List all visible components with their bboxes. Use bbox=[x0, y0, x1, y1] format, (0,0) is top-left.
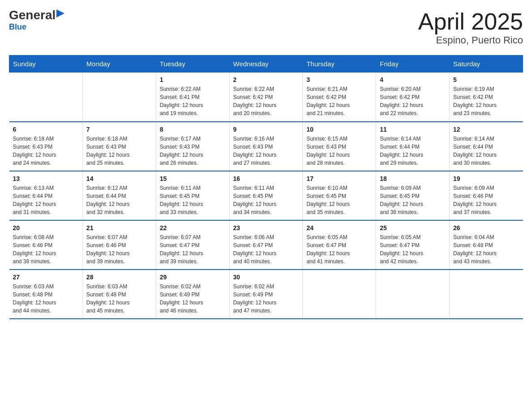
day-number: 6 bbox=[13, 126, 79, 133]
table-row: 9Sunrise: 6:16 AM Sunset: 6:43 PM Daylig… bbox=[229, 122, 303, 171]
table-row: 16Sunrise: 6:11 AM Sunset: 6:45 PM Dayli… bbox=[229, 171, 303, 220]
day-number: 15 bbox=[160, 175, 226, 182]
table-row bbox=[9, 73, 83, 122]
day-info: Sunrise: 6:15 AM Sunset: 6:43 PM Dayligh… bbox=[306, 135, 372, 167]
table-row: 27Sunrise: 6:03 AM Sunset: 6:48 PM Dayli… bbox=[9, 270, 83, 319]
table-row: 28Sunrise: 6:03 AM Sunset: 6:48 PM Dayli… bbox=[82, 270, 156, 319]
table-row: 25Sunrise: 6:05 AM Sunset: 6:47 PM Dayli… bbox=[376, 220, 450, 270]
day-number: 30 bbox=[233, 274, 299, 281]
header-monday: Monday bbox=[82, 56, 156, 73]
header-saturday: Saturday bbox=[450, 56, 523, 73]
day-info: Sunrise: 6:03 AM Sunset: 6:48 PM Dayligh… bbox=[86, 283, 152, 315]
table-row: 30Sunrise: 6:02 AM Sunset: 6:49 PM Dayli… bbox=[229, 270, 303, 319]
table-row: 20Sunrise: 6:08 AM Sunset: 6:46 PM Dayli… bbox=[9, 220, 83, 270]
day-number: 27 bbox=[13, 274, 79, 281]
table-row: 13Sunrise: 6:13 AM Sunset: 6:44 PM Dayli… bbox=[9, 171, 83, 220]
table-row: 1Sunrise: 6:22 AM Sunset: 6:41 PM Daylig… bbox=[156, 73, 229, 122]
day-number: 8 bbox=[160, 126, 226, 133]
day-number: 13 bbox=[13, 175, 79, 182]
calendar-week-row: 1Sunrise: 6:22 AM Sunset: 6:41 PM Daylig… bbox=[9, 73, 523, 122]
table-row: 22Sunrise: 6:07 AM Sunset: 6:47 PM Dayli… bbox=[156, 220, 229, 270]
day-info: Sunrise: 6:05 AM Sunset: 6:47 PM Dayligh… bbox=[306, 233, 372, 265]
day-number: 24 bbox=[306, 224, 372, 231]
day-info: Sunrise: 6:06 AM Sunset: 6:47 PM Dayligh… bbox=[233, 233, 299, 265]
day-number: 26 bbox=[453, 224, 519, 231]
day-info: Sunrise: 6:14 AM Sunset: 6:44 PM Dayligh… bbox=[380, 135, 446, 167]
calendar-week-row: 6Sunrise: 6:18 AM Sunset: 6:43 PM Daylig… bbox=[9, 122, 523, 171]
table-row: 29Sunrise: 6:02 AM Sunset: 6:49 PM Dayli… bbox=[156, 270, 229, 319]
table-row bbox=[303, 270, 376, 319]
table-row: 23Sunrise: 6:06 AM Sunset: 6:47 PM Dayli… bbox=[229, 220, 303, 270]
calendar-subtitle: Espino, Puerto Rico bbox=[418, 34, 523, 46]
table-row: 8Sunrise: 6:17 AM Sunset: 6:43 PM Daylig… bbox=[156, 122, 229, 171]
svg-marker-0 bbox=[56, 9, 64, 17]
day-info: Sunrise: 6:09 AM Sunset: 6:46 PM Dayligh… bbox=[453, 184, 519, 216]
day-number: 19 bbox=[453, 175, 519, 182]
day-number: 16 bbox=[233, 175, 299, 182]
day-number: 18 bbox=[380, 175, 446, 182]
page-header: General Blue April 2025 Espino, Puerto R… bbox=[9, 9, 523, 46]
day-info: Sunrise: 6:22 AM Sunset: 6:42 PM Dayligh… bbox=[233, 85, 299, 117]
day-number: 17 bbox=[306, 175, 372, 182]
header-thursday: Thursday bbox=[303, 56, 376, 73]
day-number: 2 bbox=[233, 76, 299, 83]
table-row: 26Sunrise: 6:04 AM Sunset: 6:48 PM Dayli… bbox=[450, 220, 523, 270]
table-row bbox=[450, 270, 523, 319]
day-info: Sunrise: 6:05 AM Sunset: 6:47 PM Dayligh… bbox=[380, 233, 446, 265]
calendar-header-row: Sunday Monday Tuesday Wednesday Thursday… bbox=[9, 56, 523, 73]
calendar-table: Sunday Monday Tuesday Wednesday Thursday… bbox=[9, 55, 523, 319]
table-row: 17Sunrise: 6:10 AM Sunset: 6:45 PM Dayli… bbox=[303, 171, 376, 220]
table-row: 15Sunrise: 6:11 AM Sunset: 6:45 PM Dayli… bbox=[156, 171, 229, 220]
table-row bbox=[82, 73, 156, 122]
table-row: 21Sunrise: 6:07 AM Sunset: 6:46 PM Dayli… bbox=[82, 220, 156, 270]
day-number: 11 bbox=[380, 126, 446, 133]
day-number: 9 bbox=[233, 126, 299, 133]
day-info: Sunrise: 6:02 AM Sunset: 6:49 PM Dayligh… bbox=[233, 283, 299, 315]
day-number: 29 bbox=[160, 274, 226, 281]
day-number: 7 bbox=[86, 126, 152, 133]
calendar-week-row: 20Sunrise: 6:08 AM Sunset: 6:46 PM Dayli… bbox=[9, 220, 523, 270]
day-info: Sunrise: 6:21 AM Sunset: 6:42 PM Dayligh… bbox=[306, 85, 372, 117]
table-row: 11Sunrise: 6:14 AM Sunset: 6:44 PM Dayli… bbox=[376, 122, 450, 171]
day-info: Sunrise: 6:03 AM Sunset: 6:48 PM Dayligh… bbox=[13, 283, 79, 315]
header-tuesday: Tuesday bbox=[156, 56, 229, 73]
day-info: Sunrise: 6:16 AM Sunset: 6:43 PM Dayligh… bbox=[233, 135, 299, 167]
table-row: 12Sunrise: 6:14 AM Sunset: 6:44 PM Dayli… bbox=[450, 122, 523, 171]
day-number: 3 bbox=[306, 76, 372, 83]
table-row: 2Sunrise: 6:22 AM Sunset: 6:42 PM Daylig… bbox=[229, 73, 303, 122]
table-row: 5Sunrise: 6:19 AM Sunset: 6:42 PM Daylig… bbox=[450, 73, 523, 122]
day-number: 4 bbox=[380, 76, 446, 83]
day-info: Sunrise: 6:12 AM Sunset: 6:44 PM Dayligh… bbox=[86, 184, 152, 216]
title-block: April 2025 Espino, Puerto Rico bbox=[418, 9, 523, 46]
table-row: 18Sunrise: 6:09 AM Sunset: 6:45 PM Dayli… bbox=[376, 171, 450, 220]
day-number: 20 bbox=[13, 224, 79, 231]
day-info: Sunrise: 6:20 AM Sunset: 6:42 PM Dayligh… bbox=[380, 85, 446, 117]
logo-blue: Blue bbox=[9, 22, 26, 32]
day-number: 10 bbox=[306, 126, 372, 133]
day-info: Sunrise: 6:07 AM Sunset: 6:47 PM Dayligh… bbox=[160, 233, 226, 265]
table-row: 7Sunrise: 6:18 AM Sunset: 6:43 PM Daylig… bbox=[82, 122, 156, 171]
calendar-title: April 2025 bbox=[418, 9, 523, 34]
day-info: Sunrise: 6:09 AM Sunset: 6:45 PM Dayligh… bbox=[380, 184, 446, 216]
day-number: 14 bbox=[86, 175, 152, 182]
day-number: 1 bbox=[160, 76, 226, 83]
day-info: Sunrise: 6:22 AM Sunset: 6:41 PM Dayligh… bbox=[160, 85, 226, 117]
header-sunday: Sunday bbox=[9, 56, 83, 73]
day-number: 25 bbox=[380, 224, 446, 231]
header-friday: Friday bbox=[376, 56, 450, 73]
day-info: Sunrise: 6:17 AM Sunset: 6:43 PM Dayligh… bbox=[160, 135, 226, 167]
logo: General Blue bbox=[9, 9, 66, 32]
day-info: Sunrise: 6:14 AM Sunset: 6:44 PM Dayligh… bbox=[453, 135, 519, 167]
day-info: Sunrise: 6:07 AM Sunset: 6:46 PM Dayligh… bbox=[86, 233, 152, 265]
day-number: 22 bbox=[160, 224, 226, 231]
day-number: 5 bbox=[453, 76, 519, 83]
table-row: 10Sunrise: 6:15 AM Sunset: 6:43 PM Dayli… bbox=[303, 122, 376, 171]
table-row: 14Sunrise: 6:12 AM Sunset: 6:44 PM Dayli… bbox=[82, 171, 156, 220]
day-info: Sunrise: 6:18 AM Sunset: 6:43 PM Dayligh… bbox=[86, 135, 152, 167]
day-number: 23 bbox=[233, 224, 299, 231]
table-row: 6Sunrise: 6:18 AM Sunset: 6:43 PM Daylig… bbox=[9, 122, 83, 171]
header-wednesday: Wednesday bbox=[229, 56, 303, 73]
table-row: 4Sunrise: 6:20 AM Sunset: 6:42 PM Daylig… bbox=[376, 73, 450, 122]
table-row bbox=[376, 270, 450, 319]
day-number: 21 bbox=[86, 224, 152, 231]
